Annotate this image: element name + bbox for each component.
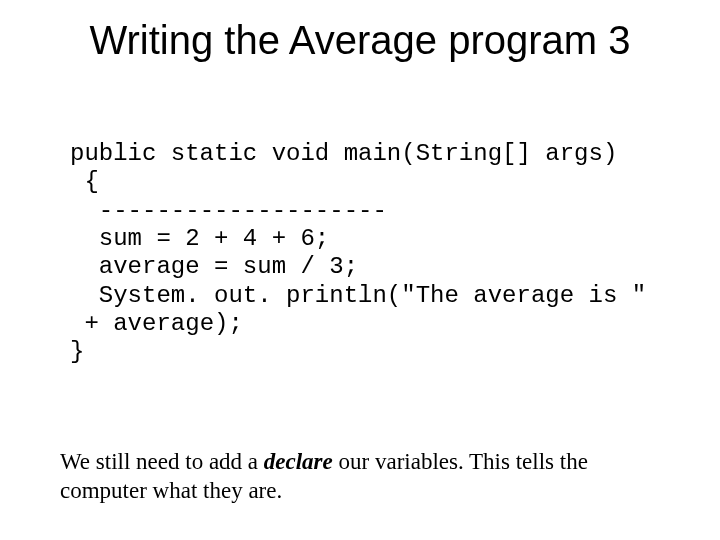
body-text-pre: We still need to add a [60,449,264,474]
body-text-emph: declare [264,449,333,474]
slide: Writing the Average program 3 public sta… [0,0,720,540]
body-text: We still need to add a declare our varia… [60,448,670,506]
code-block: public static void main(String[] args) {… [70,140,670,367]
slide-title: Writing the Average program 3 [0,18,720,63]
